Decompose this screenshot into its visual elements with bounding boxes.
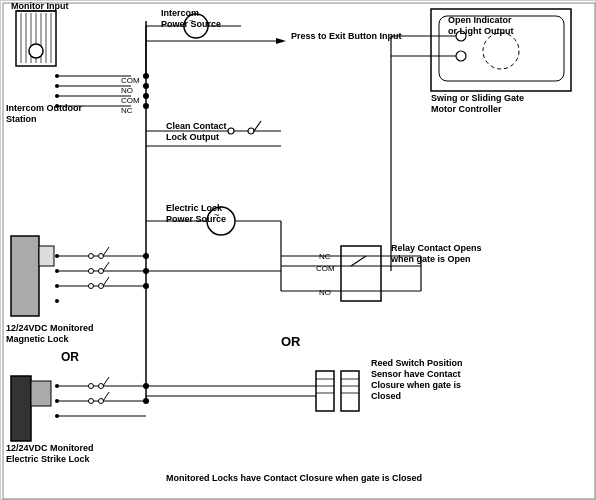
svg-rect-43 (39, 246, 54, 266)
svg-text:Intercom: Intercom (161, 8, 199, 18)
svg-point-55 (99, 269, 104, 274)
svg-point-71 (89, 399, 94, 404)
svg-text:COM: COM (121, 76, 140, 85)
svg-text:Closure when gate is: Closure when gate is (371, 380, 461, 390)
svg-text:Sensor have Contact: Sensor have Contact (371, 369, 461, 379)
svg-text:Clean Contact: Clean Contact (166, 121, 227, 131)
svg-point-106 (143, 73, 149, 79)
svg-point-34 (228, 128, 234, 134)
svg-point-54 (89, 269, 94, 274)
svg-point-77 (483, 33, 519, 69)
svg-point-110 (143, 253, 149, 259)
svg-text:COM: COM (316, 264, 335, 273)
svg-text:OR: OR (61, 350, 79, 364)
svg-point-112 (143, 283, 149, 289)
svg-rect-97 (341, 371, 359, 411)
svg-point-72 (99, 399, 104, 404)
svg-point-57 (89, 284, 94, 289)
svg-text:NC: NC (121, 106, 133, 115)
svg-text:COM: COM (121, 96, 140, 105)
svg-text:NO: NO (121, 86, 133, 95)
svg-point-69 (99, 384, 104, 389)
svg-text:NC: NC (319, 252, 331, 261)
svg-text:Reed Switch Position: Reed Switch Position (371, 358, 463, 368)
svg-text:Monitor Input: Monitor Input (11, 1, 68, 11)
svg-text:12/24VDC Monitored: 12/24VDC Monitored (6, 443, 94, 453)
svg-text:Station: Station (6, 114, 37, 124)
svg-point-35 (248, 128, 254, 134)
svg-text:Press to Exit Button Input: Press to Exit Button Input (291, 31, 402, 41)
svg-text:Electric Strike Lock: Electric Strike Lock (6, 454, 91, 464)
svg-text:Power Source: Power Source (161, 19, 221, 29)
svg-rect-81 (341, 246, 381, 301)
svg-text:Closed: Closed (371, 391, 401, 401)
wiring-diagram: COM NO COM NC ~ ~ (0, 0, 596, 500)
svg-point-109 (143, 103, 149, 109)
svg-rect-60 (11, 376, 31, 441)
svg-point-47 (55, 299, 59, 303)
svg-text:Motor Controller: Motor Controller (431, 104, 502, 114)
svg-rect-42 (11, 236, 39, 316)
svg-text:Relay Contact Opens: Relay Contact Opens (391, 243, 482, 253)
svg-point-76 (456, 51, 466, 61)
svg-text:NO: NO (319, 288, 331, 297)
svg-point-58 (99, 284, 104, 289)
svg-text:Power Source: Power Source (166, 214, 226, 224)
svg-point-51 (89, 254, 94, 259)
svg-point-113 (143, 383, 149, 389)
svg-point-10 (29, 44, 43, 58)
svg-text:OR: OR (281, 334, 301, 349)
svg-text:when gate is Open: when gate is Open (390, 254, 471, 264)
svg-point-111 (143, 268, 149, 274)
svg-point-52 (99, 254, 104, 259)
svg-point-114 (143, 398, 149, 404)
svg-text:Open Indicator: Open Indicator (448, 15, 512, 25)
svg-text:Lock Output: Lock Output (166, 132, 219, 142)
svg-text:Intercom Outdoor: Intercom Outdoor (6, 103, 82, 113)
svg-text:Electric Lock: Electric Lock (166, 203, 223, 213)
svg-point-107 (143, 83, 149, 89)
svg-point-68 (89, 384, 94, 389)
svg-rect-61 (31, 381, 51, 406)
svg-text:12/24VDC Monitored: 12/24VDC Monitored (6, 323, 94, 333)
svg-text:or Light Output: or Light Output (448, 26, 513, 36)
svg-text:Monitored Locks have Contact C: Monitored Locks have Contact Closure whe… (166, 473, 422, 483)
svg-point-108 (143, 93, 149, 99)
svg-text:Magnetic Lock: Magnetic Lock (6, 334, 70, 344)
svg-text:Swing or Sliding Gate: Swing or Sliding Gate (431, 93, 524, 103)
svg-rect-96 (316, 371, 334, 411)
